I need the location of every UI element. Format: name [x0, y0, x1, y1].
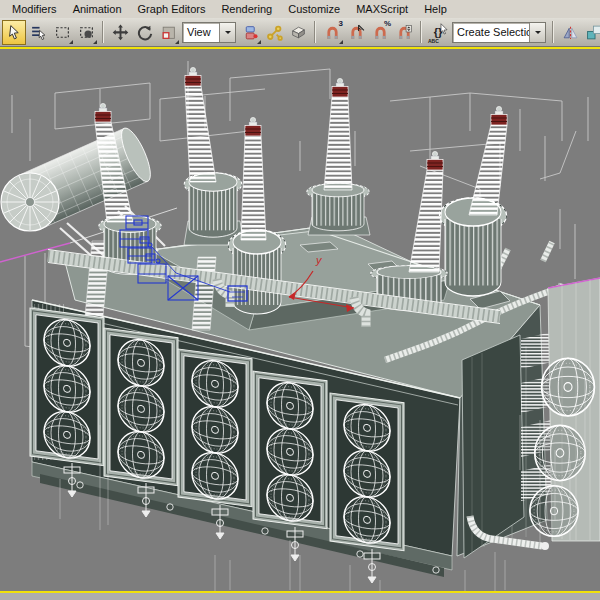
chevron-down-icon[interactable] [529, 23, 545, 42]
viewport-active-border-top [0, 47, 600, 49]
menu-rendering[interactable]: Rendering [213, 2, 280, 17]
menu-customize[interactable]: Customize [280, 2, 348, 17]
select-arrow-icon [6, 24, 23, 41]
menu-bar: Modifiers Animation Graph Editors Render… [0, 0, 600, 18]
keyboard-shortcut-override-button[interactable] [286, 20, 310, 45]
flyout-corner [257, 40, 261, 44]
manipulate-icon [266, 24, 283, 41]
mirror-button[interactable] [558, 20, 582, 45]
cursor-icon [438, 23, 450, 35]
flyout-corner [93, 40, 97, 44]
window-background [0, 593, 600, 600]
select-by-name-icon [30, 24, 47, 41]
abc-label: ABC [428, 39, 439, 44]
snap-3-glyph: 3 [339, 20, 343, 28]
rotate-icon [136, 24, 153, 41]
angle-snap-icon [348, 24, 365, 41]
reference-coordinate-system-value: View [183, 26, 219, 38]
viewport-active-border-bottom [0, 591, 600, 593]
flyout-corner [175, 40, 179, 44]
toolbar-separator [552, 21, 554, 43]
keyboard-key-icon [290, 24, 307, 41]
chevron-down-icon[interactable] [219, 23, 235, 42]
menu-animation[interactable]: Animation [65, 2, 130, 17]
menu-help[interactable]: Help [416, 2, 455, 17]
select-and-move-button[interactable] [108, 20, 132, 45]
select-by-name-button[interactable] [26, 20, 50, 45]
wireframe-scene: y [0, 49, 600, 591]
align-icon [586, 24, 600, 41]
spinner-snap-icon [396, 24, 413, 41]
use-pivot-point-center-button[interactable] [238, 20, 262, 45]
snap-toggle-3d-button[interactable]: 3 [320, 20, 344, 45]
percent-glyph: % [384, 20, 391, 28]
named-selection-sets-dropdown[interactable]: Create Selection Set [452, 22, 546, 43]
mirror-icon [562, 24, 579, 41]
window-crossing-toggle-button[interactable] [74, 20, 98, 45]
percent-snap-toggle-button[interactable]: % [368, 20, 392, 45]
select-and-scale-button[interactable] [156, 20, 180, 45]
toolbar-separator [420, 21, 422, 43]
perspective-viewport[interactable]: y [0, 49, 600, 591]
menu-graph-editors[interactable]: Graph Editors [130, 2, 214, 17]
select-object-button[interactable] [2, 20, 26, 45]
rectangular-selection-region-button[interactable] [50, 20, 74, 45]
align-button[interactable] [582, 20, 600, 45]
menu-maxscript[interactable]: MAXScript [348, 2, 416, 17]
marquee-rect-icon [54, 24, 71, 41]
reference-coordinate-system-dropdown[interactable]: View [182, 22, 236, 43]
menu-modifiers[interactable]: Modifiers [4, 2, 65, 17]
named-selection-set-value: Create Selection Set [453, 26, 529, 38]
spinner-snap-toggle-button[interactable] [392, 20, 416, 45]
toolbar-separator [314, 21, 316, 43]
toolbar-separator [102, 21, 104, 43]
pivot-center-icon [242, 24, 259, 41]
move-icon [112, 24, 129, 41]
angle-snap-toggle-button[interactable] [344, 20, 368, 45]
select-and-rotate-button[interactable] [132, 20, 156, 45]
window-crossing-icon [78, 24, 95, 41]
flyout-corner [339, 40, 343, 44]
scale-icon [160, 24, 177, 41]
main-toolbar: View 3 [0, 18, 600, 47]
edit-named-selection-sets-button[interactable]: {} ABC [426, 20, 450, 45]
select-and-manipulate-button[interactable] [262, 20, 286, 45]
flyout-corner [69, 40, 73, 44]
